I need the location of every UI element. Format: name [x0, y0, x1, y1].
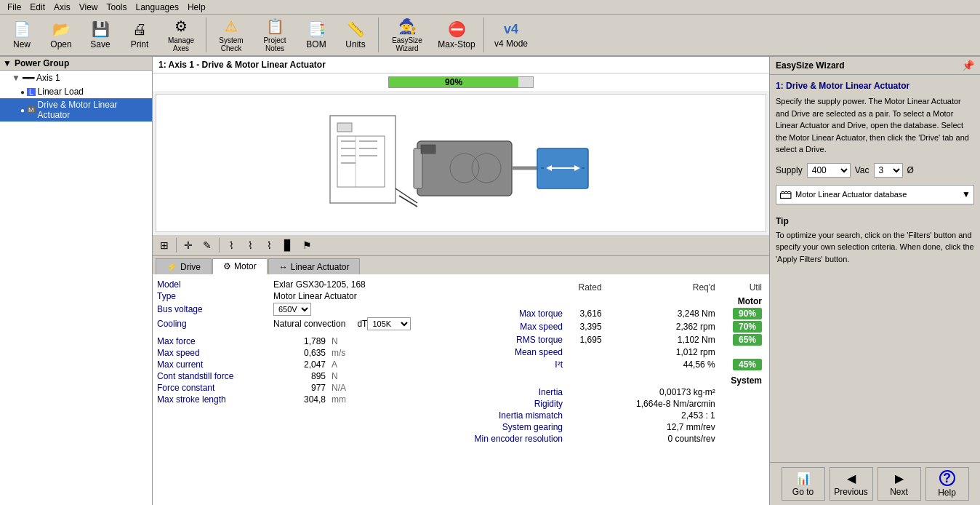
easysize-wizard-button[interactable]: 🧙 EasySize Wizard — [382, 16, 432, 54]
goto-button[interactable]: 📊 Go to — [782, 467, 825, 501]
axis1-item[interactable]: ▼ ━━ Axis 1 — [0, 71, 152, 85]
rms-torque-util: 65% — [718, 333, 765, 346]
menu-view[interactable]: View — [75, 1, 103, 13]
previous-icon: ◀ — [847, 472, 856, 485]
menu-help[interactable]: Help — [183, 1, 210, 13]
diag-btn-1[interactable]: ⊞ — [156, 237, 173, 253]
tab-drive[interactable]: ⚡ Drive — [156, 258, 212, 274]
cont-standstill-value: 895 — [273, 371, 332, 381]
save-button[interactable]: 💾 Save — [81, 16, 119, 54]
collapse-icon[interactable]: ▼ — [3, 58, 12, 68]
manage-axes-button[interactable]: ⚙ Manage Axes — [160, 16, 202, 54]
max-force-label: Max force — [157, 336, 273, 346]
inertia-mismatch-label: Inertia mismatch — [471, 410, 566, 421]
max-stroke-label: Max stroke length — [157, 394, 273, 405]
menu-tools[interactable]: Tools — [103, 1, 132, 13]
svg-rect-1 — [337, 123, 352, 132]
diag-btn-2[interactable]: ✛ — [180, 237, 197, 253]
drive-motor-item[interactable]: ● M Drive & Motor Linear Actuator — [0, 98, 152, 122]
tab-motor[interactable]: ⚙ Motor — [212, 258, 268, 274]
bom-button[interactable]: 📑 BOM — [297, 16, 335, 54]
next-label: Next — [890, 487, 908, 497]
max-force-row: Max force 1,789 N — [157, 335, 451, 347]
previous-button[interactable]: ◀ Previous — [830, 467, 873, 501]
supply-row: Supply 400 230 480 Vac 3 1 Ø — [776, 163, 974, 178]
next-button[interactable]: ▶ Next — [877, 467, 921, 501]
min-encoder-row: Min encoder resolution 0 counts/rev — [471, 433, 765, 445]
linear-load-item[interactable]: ● L Linear Load — [0, 85, 152, 98]
cont-standstill-unit: N — [332, 371, 338, 381]
diag-sep1 — [176, 238, 177, 252]
right-panel-footer: 📊 Go to ◀ Previous ▶ Next ? Help — [770, 462, 980, 505]
save-icon: 💾 — [92, 20, 110, 38]
model-label: Model — [157, 279, 273, 290]
tab-linear-actuator[interactable]: ↔ Linear Actuator — [268, 258, 361, 274]
pin-icon[interactable]: 📌 — [962, 60, 974, 71]
max-torque-row: Max torque 3,616 3,248 Nm 90% — [471, 307, 765, 320]
progress-label: 90% — [445, 77, 462, 87]
force-constant-value: 977 — [273, 383, 332, 393]
right-panel-content: 1: Drive & Motor Linear Actuator Specify… — [770, 75, 980, 462]
v4-mode-button[interactable]: v4 v4 Mode — [488, 16, 534, 54]
max-current-label: Max current — [157, 359, 273, 370]
diag-btn-4[interactable]: ⌇ — [222, 237, 240, 253]
axis1-graphic: ━━ — [23, 72, 34, 84]
tabs-bar: ⚡ Drive ⚙ Motor ↔ Linear Actuator — [153, 256, 769, 274]
open-button[interactable]: 📂 Open — [42, 16, 80, 54]
max-stroke-value: 304,8 — [273, 394, 332, 405]
phase-select[interactable]: 3 1 — [874, 163, 903, 178]
supply-select[interactable]: 400 230 480 — [807, 163, 851, 178]
open-label: Open — [50, 39, 71, 49]
type-value: Motor Linear Actuator — [273, 291, 363, 301]
inertia-mismatch-util — [718, 410, 765, 421]
print-icon: 🖨 — [132, 21, 147, 38]
diag-btn-7[interactable]: ▊ — [279, 237, 297, 253]
inertia-mismatch-reqd: 2,453 : 1 — [605, 410, 718, 421]
units-button[interactable]: 📏 Units — [337, 16, 374, 54]
linear-load-icon: ● — [20, 88, 25, 96]
right-data: Rated Req'd Util Motor Max torque — [457, 279, 765, 445]
supply-label: Supply — [776, 165, 803, 175]
diag-btn-6[interactable]: ⌇ — [260, 237, 278, 253]
linear-load-badge: L — [27, 88, 36, 96]
type-row: Type Motor Linear Actuator — [157, 290, 451, 302]
db-dropdown-icon[interactable]: ▼ — [962, 189, 971, 199]
inertia-rated — [566, 386, 605, 398]
diag-btn-8[interactable]: ⚑ — [298, 237, 316, 253]
easysize-wizard-label: EasySize Wizard — [385, 36, 430, 52]
menu-languages[interactable]: Languages — [132, 1, 183, 13]
max-speed-value: 0,635 — [273, 348, 332, 358]
tab-drive-label: Drive — [180, 262, 201, 272]
db-label: Motor Linear Actuator database — [795, 190, 959, 199]
dt-select[interactable]: 105K 80K 60K — [367, 317, 411, 330]
center-panel: 1: Axis 1 - Drive & Motor Linear Actuato… — [153, 57, 769, 505]
help-button[interactable]: ? Help — [925, 467, 969, 501]
menu-axis[interactable]: Axis — [49, 1, 75, 13]
bus-voltage-select[interactable]: 650V 400V 325V — [273, 303, 311, 316]
project-notes-button[interactable]: 📋 Project Notes — [254, 16, 296, 54]
menu-file[interactable]: File — [3, 1, 25, 13]
new-button[interactable]: 📄 New — [3, 16, 41, 54]
drive-motor-icon: ● — [20, 106, 25, 114]
measurements-table: Rated Req'd Util Motor Max torque — [471, 282, 765, 445]
system-check-button[interactable]: ⚠ System Check — [210, 16, 252, 54]
db-selector[interactable]: 🗃 Motor Linear Actuator database ▼ — [776, 185, 974, 204]
col-rated: Rated — [566, 282, 605, 293]
diag-btn-3[interactable]: ✎ — [198, 237, 216, 253]
goto-label: Go to — [792, 487, 814, 497]
max-speed-unit: m/s — [332, 348, 345, 358]
diag-sep2 — [219, 238, 220, 252]
diag-btn-5[interactable]: ⌇ — [241, 237, 259, 253]
max-stop-button[interactable]: ⛔ Max-Stop — [433, 16, 480, 54]
max-force-value: 1,789 — [273, 336, 332, 346]
force-constant-unit: N/A — [332, 383, 346, 393]
print-button[interactable]: 🖨 Print — [121, 16, 158, 54]
model-row: Model Exlar GSX30-1205, 168 — [157, 279, 451, 290]
toolbar-sep2 — [378, 17, 379, 52]
col-empty — [471, 282, 566, 293]
col-reqd: Req'd — [605, 282, 718, 293]
svg-rect-14 — [414, 148, 422, 188]
main-layout: ▼ Power Group ▼ ━━ Axis 1 ● L Linear Loa… — [0, 57, 980, 505]
tab-linear-actuator-label: Linear Actuator — [291, 262, 350, 272]
menu-edit[interactable]: Edit — [25, 1, 49, 13]
